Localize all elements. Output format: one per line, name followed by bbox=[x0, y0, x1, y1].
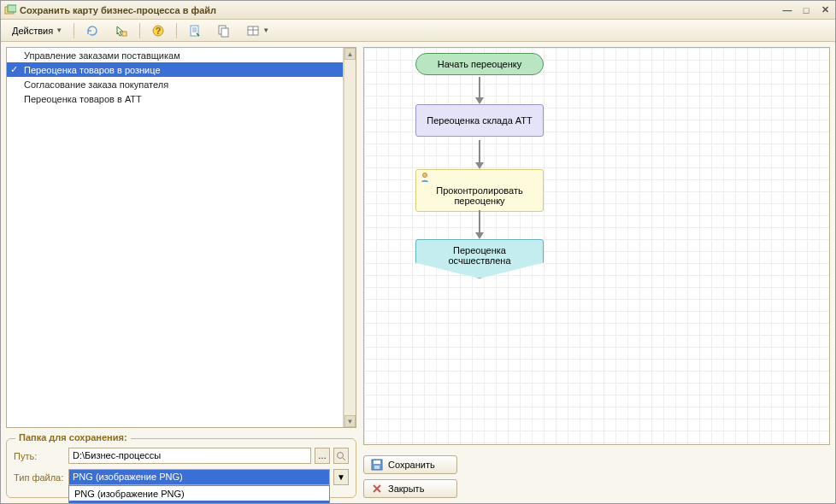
diagram-start-node[interactable]: Начать переоценку bbox=[415, 53, 544, 75]
list-item[interactable]: Переоценка товаров в рознице bbox=[7, 62, 343, 77]
list-item-label: Переоценка товаров в АТТ bbox=[24, 94, 142, 104]
toolbar-separator bbox=[176, 23, 177, 38]
list-item[interactable]: Управление заказами поставщикам bbox=[7, 48, 343, 62]
action-buttons: Сохранить Закрыть bbox=[363, 455, 830, 498]
arrow-down-icon bbox=[475, 232, 484, 239]
dropdown-option[interactable]: GRS (редактируемый формат 1С) bbox=[69, 501, 329, 503]
filetype-dropdown-button[interactable]: ▼ bbox=[333, 469, 349, 485]
maximize-button[interactable]: □ bbox=[799, 4, 813, 16]
refresh-button[interactable] bbox=[79, 22, 105, 39]
right-pane: Начать переоценку Переоценка склада АТТ … bbox=[363, 47, 830, 498]
scroll-down-button[interactable]: ▼ bbox=[344, 415, 356, 427]
window-controls: — □ ✕ bbox=[780, 4, 832, 16]
table-button[interactable]: ▼ bbox=[240, 22, 275, 39]
type-row: Тип файла: PNG (изображение PNG) PNG (из… bbox=[14, 469, 349, 485]
save-panel-legend: Папка для сохранения: bbox=[15, 432, 131, 442]
filetype-select[interactable]: PNG (изображение PNG) bbox=[68, 469, 330, 485]
filetype-dropdown: PNG (изображение PNG) GRS (редактируемый… bbox=[68, 485, 330, 503]
dropdown-option[interactable]: PNG (изображение PNG) bbox=[69, 486, 329, 501]
svg-text:?: ? bbox=[156, 26, 162, 36]
list-item-label: Согласование заказа покупателя bbox=[24, 79, 168, 90]
help-button[interactable]: ? bbox=[145, 22, 171, 39]
dropdown-option-label: GRS (редактируемый формат 1С) bbox=[74, 503, 223, 504]
minimize-button[interactable]: — bbox=[780, 4, 794, 16]
toolbar-separator bbox=[74, 23, 74, 38]
help-icon: ? bbox=[151, 24, 165, 38]
process-list: Управление заказами поставщикам Переоцен… bbox=[7, 48, 344, 427]
search-path-button[interactable] bbox=[333, 448, 349, 464]
refresh-icon bbox=[85, 24, 99, 38]
node-label: Начать переоценку bbox=[438, 59, 521, 69]
arrow-down-icon bbox=[475, 97, 484, 104]
diagram-canvas[interactable]: Начать переоценку Переоценка склада АТТ … bbox=[363, 47, 830, 445]
node-label: осчшествлена bbox=[448, 255, 510, 266]
chevron-down-icon: ▼ bbox=[262, 26, 269, 34]
type-label: Тип файла: bbox=[14, 472, 65, 483]
svg-rect-13 bbox=[374, 466, 380, 469]
app-icon bbox=[4, 4, 16, 16]
chevron-down-icon: ▼ bbox=[56, 26, 62, 34]
diagram-end-node[interactable]: Переоценка осчшествлена bbox=[415, 239, 544, 278]
path-input[interactable]: D:\Бизнес-процессы bbox=[68, 448, 311, 464]
save-icon bbox=[371, 459, 383, 471]
toolbar-separator bbox=[139, 23, 140, 38]
list-item-label: Управление заказами поставщикам bbox=[24, 50, 180, 61]
diagram-task-node[interactable]: Проконтролировать переоценку bbox=[415, 169, 544, 212]
svg-rect-2 bbox=[122, 32, 127, 36]
save-button[interactable]: Сохранить bbox=[363, 455, 457, 474]
list-scrollbar[interactable]: ▲ ▼ bbox=[344, 48, 356, 427]
cursor-icon bbox=[115, 24, 128, 38]
window-title: Сохранить карту бизнес-процесса в файл bbox=[20, 5, 780, 15]
save-button-label: Сохранить bbox=[388, 460, 435, 470]
path-row: Путь: D:\Бизнес-процессы … bbox=[14, 448, 349, 464]
toolbar: Действия ▼ ? ▼ bbox=[1, 20, 835, 42]
titlebar: Сохранить карту бизнес-процесса в файл —… bbox=[1, 1, 835, 20]
diagram-step-node[interactable]: Переоценка склада АТТ bbox=[415, 104, 544, 137]
diagram-connector bbox=[479, 210, 480, 234]
node-label: Переоценка bbox=[453, 245, 506, 255]
save-panel: Папка для сохранения: Путь: D:\Бизнес-пр… bbox=[6, 438, 356, 498]
diagram-connector bbox=[479, 140, 480, 164]
actions-menu-button[interactable]: Действия ▼ bbox=[6, 22, 68, 39]
diagram-connector bbox=[479, 77, 480, 99]
close-button[interactable]: Закрыть bbox=[363, 479, 457, 498]
path-input-wrap: D:\Бизнес-процессы bbox=[68, 448, 311, 464]
actions-label: Действия bbox=[12, 26, 53, 36]
document-icon bbox=[188, 24, 202, 38]
search-icon bbox=[336, 451, 346, 461]
copy-button[interactable] bbox=[211, 22, 237, 39]
close-icon bbox=[371, 483, 383, 495]
svg-point-9 bbox=[338, 452, 344, 458]
close-window-button[interactable]: ✕ bbox=[818, 4, 832, 16]
close-button-label: Закрыть bbox=[388, 483, 424, 494]
path-label: Путь: bbox=[14, 451, 65, 461]
svg-rect-1 bbox=[8, 5, 16, 12]
content-area: Управление заказами поставщикам Переоцен… bbox=[1, 42, 835, 503]
node-label: Переоценка склада АТТ bbox=[427, 115, 532, 126]
node-label: Проконтролировать переоценку bbox=[436, 185, 522, 206]
dropdown-option-label: PNG (изображение PNG) bbox=[74, 489, 185, 499]
doc-button[interactable] bbox=[182, 22, 208, 39]
scroll-up-button[interactable]: ▲ bbox=[344, 48, 356, 60]
table-icon bbox=[246, 24, 260, 38]
list-item-label: Переоценка товаров в рознице bbox=[24, 65, 161, 75]
copy-icon bbox=[217, 24, 231, 38]
svg-point-10 bbox=[423, 173, 427, 178]
left-pane: Управление заказами поставщикам Переоцен… bbox=[6, 47, 356, 498]
arrow-button[interactable] bbox=[109, 22, 134, 39]
user-icon bbox=[420, 172, 430, 182]
browse-button[interactable]: … bbox=[315, 448, 330, 464]
arrow-down-icon bbox=[475, 162, 484, 169]
list-item[interactable]: Согласование заказа покупателя bbox=[7, 77, 343, 91]
process-listbox: Управление заказами поставщикам Переоцен… bbox=[6, 47, 356, 428]
svg-rect-12 bbox=[374, 460, 380, 464]
list-item[interactable]: Переоценка товаров в АТТ bbox=[7, 91, 343, 106]
app-window: Сохранить карту бизнес-процесса в файл —… bbox=[0, 0, 836, 504]
svg-rect-7 bbox=[221, 28, 228, 37]
type-input-wrap: PNG (изображение PNG) PNG (изображение P… bbox=[68, 469, 330, 485]
